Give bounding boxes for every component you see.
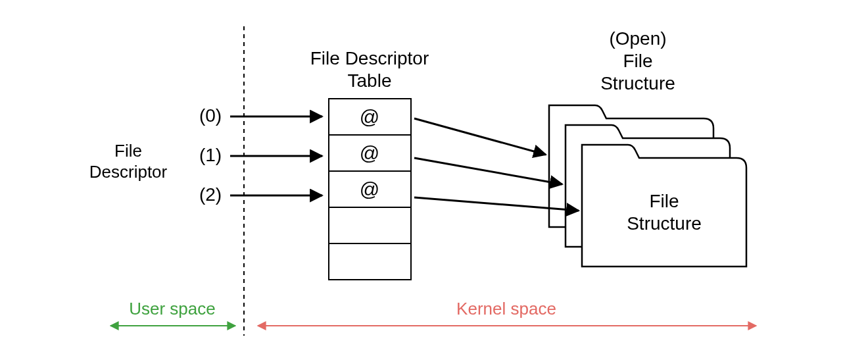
open-file-structure-title-line3: Structure bbox=[600, 73, 675, 93]
fd-table-cell-2: @ bbox=[360, 178, 379, 200]
kernel-space-label: Kernel space bbox=[456, 299, 556, 319]
fd-table-title-line1: File Descriptor bbox=[310, 48, 429, 68]
arrow-cell1-to-struct bbox=[414, 158, 562, 184]
fd-number-1: (1) bbox=[199, 145, 222, 165]
file-descriptor-label-line2: Descriptor bbox=[89, 162, 168, 182]
fd-number-2: (2) bbox=[199, 184, 222, 205]
file-structure-label-line1: File bbox=[649, 191, 679, 211]
file-structure-stack: File Structure bbox=[549, 105, 746, 267]
file-structure-label-line2: Structure bbox=[627, 213, 702, 234]
fd-table-cell-0: @ bbox=[360, 106, 379, 128]
file-descriptor-label-line1: File bbox=[114, 141, 142, 161]
arrow-cell0-to-struct bbox=[414, 118, 546, 155]
open-file-structure-title-line1: (Open) bbox=[609, 28, 666, 49]
diagram-canvas: File Descriptor (0) (1) (2) File Descrip… bbox=[0, 0, 868, 358]
fd-table-title-line2: Table bbox=[348, 70, 392, 91]
fd-table: @ @ @ bbox=[329, 99, 411, 280]
user-space-label: User space bbox=[129, 299, 216, 319]
fd-number-0: (0) bbox=[199, 105, 222, 126]
open-file-structure-title-line2: File bbox=[623, 51, 652, 71]
fd-table-cell-1: @ bbox=[360, 142, 379, 164]
